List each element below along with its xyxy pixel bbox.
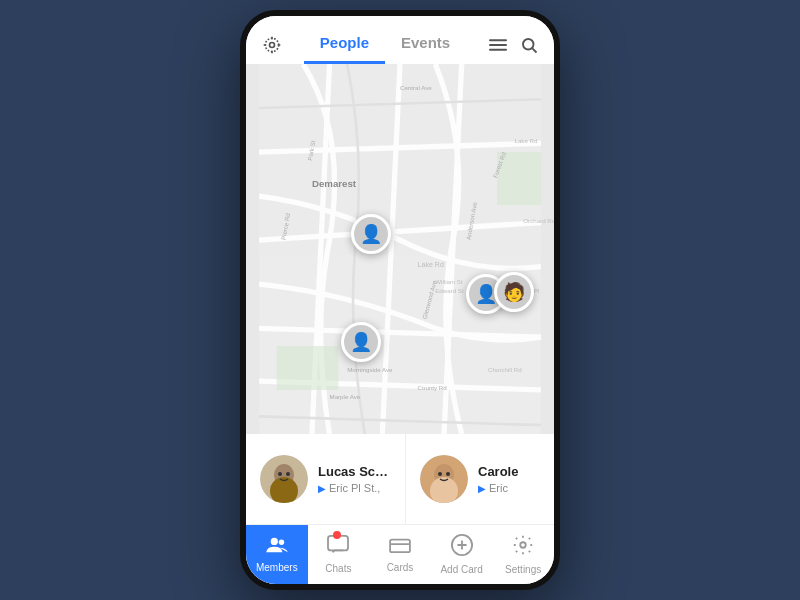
location-icon-1: ▶	[318, 483, 326, 494]
location-button[interactable]	[262, 35, 282, 55]
right-icons	[488, 36, 538, 54]
top-bar: People Events	[246, 16, 554, 64]
phone-screen: People Events	[246, 16, 554, 584]
nav-add-card[interactable]: Add Card	[431, 525, 493, 584]
phone-frame: People Events	[240, 10, 560, 590]
svg-text:Churchill Rd: Churchill Rd	[488, 366, 522, 373]
tabs: People Events	[304, 26, 466, 64]
nav-cards-label: Cards	[387, 562, 414, 573]
location-icon-2: ▶	[478, 483, 486, 494]
svg-point-54	[520, 542, 526, 548]
nav-settings-label: Settings	[505, 564, 541, 575]
person-info-2: Carole ▶ Eric	[478, 464, 551, 494]
nav-chats-label: Chats	[325, 563, 351, 574]
members-icon	[266, 536, 288, 559]
svg-point-44	[438, 472, 442, 476]
nav-cards[interactable]: Cards	[369, 525, 431, 584]
person-name-2: Carole	[478, 464, 551, 479]
svg-point-39	[278, 472, 282, 476]
map-pin-1[interactable]: 👤	[351, 214, 391, 254]
person-location-1: ▶ Eric Pl St.,	[318, 482, 391, 494]
svg-point-47	[279, 540, 284, 545]
svg-text:William St: William St	[435, 278, 463, 285]
svg-point-40	[286, 472, 290, 476]
svg-point-5	[523, 39, 534, 50]
nav-chats[interactable]: Chats	[308, 525, 370, 584]
map-pin-3[interactable]: 🧑	[494, 272, 534, 312]
tab-events[interactable]: Events	[385, 26, 466, 64]
svg-rect-49	[390, 540, 410, 553]
person-avatar-1	[260, 455, 308, 503]
bottom-nav: Members Chats	[246, 524, 554, 584]
person-card-2[interactable]: Carole ▶ Eric	[406, 434, 554, 524]
search-button[interactable]	[520, 36, 538, 54]
nav-members-label: Members	[256, 562, 298, 573]
nav-settings[interactable]: Settings	[492, 525, 554, 584]
svg-rect-18	[277, 346, 339, 390]
svg-line-6	[532, 48, 536, 52]
svg-text:Lake Rd: Lake Rd	[418, 261, 444, 268]
nav-add-card-label: Add Card	[440, 564, 482, 575]
svg-text:Demarest: Demarest	[312, 178, 357, 189]
svg-text:Central Ave: Central Ave	[400, 84, 432, 91]
svg-point-0	[270, 43, 275, 48]
nav-members[interactable]: Members	[246, 525, 308, 584]
person-location-2: ▶ Eric	[478, 482, 551, 494]
svg-text:Marple Ave: Marple Ave	[330, 393, 361, 400]
svg-point-46	[270, 538, 277, 545]
left-icons	[262, 35, 282, 55]
tab-people[interactable]: People	[304, 26, 385, 64]
settings-icon	[512, 534, 534, 561]
svg-text:Edward St: Edward St	[435, 287, 464, 294]
person-info-1: Lucas Schultz ▶ Eric Pl St.,	[318, 464, 391, 494]
person-avatar-2	[420, 455, 468, 503]
people-strip: Lucas Schultz ▶ Eric Pl St.,	[246, 434, 554, 524]
map-area[interactable]: Forest Rd Park St Central Ave Pierce Rd …	[246, 64, 554, 434]
svg-text:Lake Rd: Lake Rd	[515, 137, 539, 144]
svg-point-1	[265, 38, 278, 51]
person-card-1[interactable]: Lucas Schultz ▶ Eric Pl St.,	[246, 434, 406, 524]
cards-icon	[389, 536, 411, 559]
menu-button[interactable]	[488, 37, 508, 53]
svg-text:County Rd: County Rd	[418, 384, 448, 391]
add-card-icon	[451, 534, 473, 561]
map-pin-4[interactable]: 👤	[341, 322, 381, 362]
person-name-1: Lucas Schultz	[318, 464, 391, 479]
svg-point-45	[446, 472, 450, 476]
svg-text:Morningside Ave: Morningside Ave	[347, 366, 393, 373]
svg-text:Orchard Rd: Orchard Rd	[523, 217, 554, 224]
